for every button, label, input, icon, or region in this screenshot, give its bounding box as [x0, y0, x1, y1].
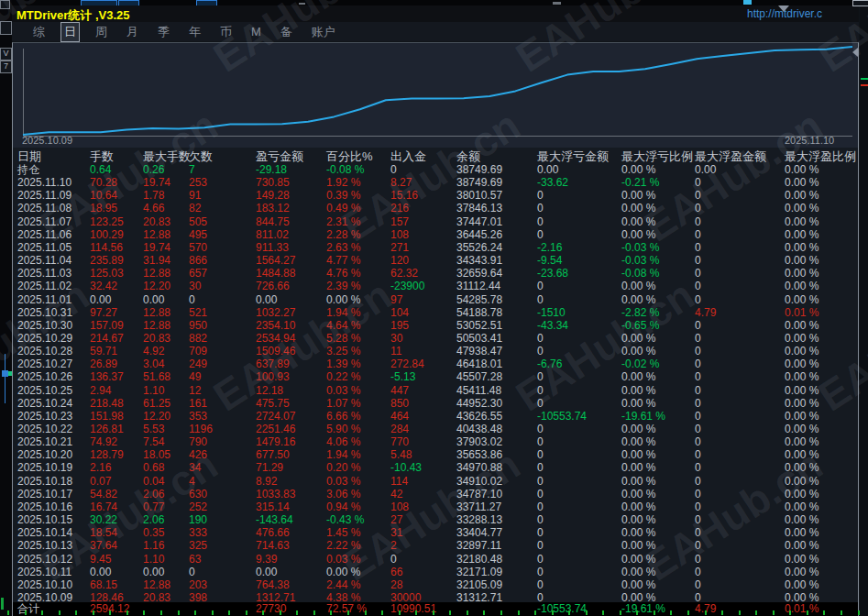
- cell-balance: 32897.11: [456, 539, 501, 552]
- cell-max-float-profit-ratio: 0.00 %: [785, 578, 819, 591]
- cell-date: 2025.11.01: [17, 293, 71, 306]
- time-axis-tick: [381, 610, 383, 615]
- cell-balance: 32105.09: [456, 578, 502, 591]
- cell-max-float-profit: 0: [695, 500, 701, 513]
- time-axis-tick: [620, 610, 621, 615]
- cell-max-lots: 3.04: [143, 358, 164, 370]
- cell-lots: 68.15: [90, 578, 117, 591]
- cell-max-lots: 1.10: [143, 553, 164, 566]
- cell-percent: 2.31 %: [326, 215, 360, 228]
- chevron-down-icon[interactable]: [778, 6, 789, 12]
- cell-count: 882: [189, 332, 207, 345]
- vendor-url-link[interactable]: http://mtdriver.c: [747, 7, 862, 20]
- cell-percent: -0.08 %: [326, 163, 364, 176]
- cell-max-float-profit-ratio: 0.00 %: [785, 228, 819, 241]
- cell-max-lots: 2.06: [143, 488, 164, 500]
- cell-balance: 32659.64: [456, 267, 502, 280]
- time-axis-tick: [25, 610, 27, 615]
- cell-in-out: 15.16: [390, 189, 418, 202]
- cell-max-float-profit: 0: [695, 566, 701, 578]
- cell-max-float-profit-ratio: 0.00 %: [785, 526, 819, 539]
- table-row: 2025.10.1068.1512.88203764.382.44 %28321…: [13, 578, 858, 591]
- cell-profit-loss: 71.29: [256, 461, 283, 474]
- cell-max-float-profit: 0: [695, 254, 701, 267]
- cell-balance: 53052.51: [456, 319, 502, 332]
- cell-date: 2025.10.28: [17, 345, 72, 358]
- cell-max-float-profit-ratio: 0.00 %: [785, 448, 819, 461]
- cell-date: 2025.11.08: [17, 202, 71, 214]
- cell-max-float-profit-ratio: 0.00 %: [785, 370, 819, 383]
- cell-count: 252: [189, 500, 207, 513]
- cell-max-float-profit: 0: [695, 513, 701, 526]
- cell-max-lots: 0.00: [143, 566, 164, 578]
- cell-max-lots: 1.78: [143, 189, 164, 202]
- toolbar-fragment: [553, 2, 561, 5]
- cell-max-lots: 4.92: [143, 345, 164, 358]
- menu-item-季[interactable]: 季: [154, 22, 173, 42]
- cell-max-lots: 20.83: [143, 332, 170, 345]
- cell-max-lots: 5.53: [143, 423, 164, 435]
- cell-in-out: 0: [390, 163, 397, 176]
- cell-percent: 4.64 %: [326, 319, 360, 332]
- menu-item-月[interactable]: 月: [123, 22, 142, 42]
- menu-item-综[interactable]: 综: [29, 22, 49, 42]
- cell-in-out: -5.13: [390, 370, 415, 383]
- cell-max-lots: 20.83: [143, 215, 170, 228]
- cell-max-float-loss: 0: [537, 423, 544, 435]
- table-row: 2025.10.24218.4861.25161475.751.07 %8504…: [13, 397, 858, 410]
- table-row: 2025.10.1530.222.06190-143.64-0.43 %2733…: [13, 513, 858, 526]
- time-axis-tick: [636, 610, 638, 615]
- menu-item-M[interactable]: M: [247, 23, 265, 40]
- cell-max-lots: 19.74: [143, 176, 170, 189]
- cell-max-float-profit: 0: [695, 280, 701, 292]
- cell-max-float-profit: 0: [695, 345, 701, 358]
- cell-max-float-profit: 0: [695, 553, 701, 566]
- cell-in-out: 108: [390, 228, 409, 241]
- cell-in-out: 464: [390, 410, 409, 423]
- cell-percent: 3.25 %: [326, 345, 360, 358]
- cell-profit-loss: 315.14: [256, 500, 290, 513]
- cell-max-float-profit: 0: [695, 526, 701, 539]
- cell-max-float-loss: 0: [537, 280, 544, 292]
- table-row: 2025.10.26136.3751.6849100.930.22 %-5.13…: [13, 370, 858, 383]
- cell-in-out: 5.48: [390, 448, 412, 461]
- cell-balance: 34787.10: [456, 488, 502, 500]
- cell-max-float-loss: 0: [537, 553, 544, 566]
- cell-balance: 33404.77: [456, 526, 502, 539]
- toolbar-fragment: [743, 0, 752, 5]
- cell-max-float-profit: 0: [695, 189, 701, 202]
- cell-max-float-loss: 0: [537, 488, 544, 500]
- table-row: 2025.11.0818.954.6682183.120.49 %2163784…: [13, 202, 858, 214]
- cell-lots: 18.95: [90, 202, 117, 214]
- menu-item-周[interactable]: 周: [92, 22, 111, 42]
- cell-count: 7: [189, 163, 195, 176]
- time-axis-tick: [7, 610, 9, 615]
- window-button-fragment-icon: [0, 0, 10, 9]
- cell-date: 2025.10.10: [17, 578, 72, 591]
- cell-balance: 34970.88: [456, 461, 502, 474]
- table-row: 2025.11.05114.5619.74570911.332.63 %2713…: [13, 241, 858, 254]
- menu-item-备[interactable]: 备: [277, 22, 296, 42]
- cell-in-out: 97: [390, 293, 402, 306]
- cell-in-out: 28: [390, 578, 402, 591]
- scroll-left-arrow-icon[interactable]: [852, 48, 858, 57]
- time-axis-tick: [313, 610, 315, 615]
- cell-max-lots: 1.16: [143, 539, 164, 552]
- cell-max-float-loss-ratio: 0.00 %: [621, 189, 655, 202]
- cell-max-float-loss: 0: [537, 539, 544, 552]
- cell-in-out: 216: [390, 202, 409, 214]
- time-axis-tick: [773, 610, 775, 615]
- table-row: 2025.10.192.160.683471.290.20 %-10.43349…: [13, 461, 858, 474]
- cell-max-float-loss: 0: [537, 435, 544, 448]
- cell-count: 249: [189, 358, 207, 370]
- menu-item-年[interactable]: 年: [185, 22, 204, 42]
- cell-max-float-profit: 0: [695, 461, 701, 474]
- table-row: 持仓0.640.267-29.18-0.08 %038749.690.000.0…: [13, 163, 858, 176]
- menu-item-日[interactable]: 日: [60, 22, 80, 42]
- cell-max-float-loss-ratio: 0.00 %: [621, 215, 655, 228]
- menu-item-账户[interactable]: 账户: [308, 22, 339, 42]
- cell-lots: 0.00: [90, 566, 111, 578]
- menu-item-币[interactable]: 币: [216, 22, 236, 42]
- time-axis-tick: [212, 610, 214, 615]
- cell-balance: 38749.69: [456, 176, 502, 189]
